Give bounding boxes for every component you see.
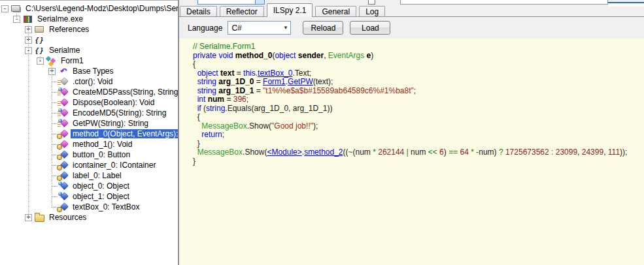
braces-icon: { } bbox=[34, 35, 44, 45]
code-token bbox=[193, 86, 197, 95]
partial-button bbox=[368, 0, 375, 5]
key-overlay-icon bbox=[58, 208, 61, 211]
tree-item-object-1[interactable]: object_1: Object bbox=[0, 191, 178, 202]
tree-item-label: GetPW(String): String bbox=[71, 119, 150, 128]
tree-item-label: object_0: Object bbox=[71, 181, 131, 191]
sphere-overlay-icon bbox=[58, 181, 62, 185]
code-token: arg_1D_0 bbox=[218, 77, 254, 86]
load-button[interactable]: Load bbox=[350, 21, 390, 35]
code-token bbox=[193, 95, 197, 104]
lines-overlay-icon bbox=[58, 91, 61, 95]
code-token bbox=[193, 69, 197, 78]
reload-button[interactable]: Reload bbox=[303, 21, 343, 35]
code-token: // Serialme.Form1 bbox=[193, 42, 255, 51]
code-line: int num = 396; bbox=[193, 95, 644, 104]
method-gray-icon bbox=[58, 76, 68, 87]
tree-item-method-0[interactable]: method_0(Object, EventArgs): bbox=[0, 129, 178, 139]
code-token: 64 bbox=[460, 148, 469, 157]
code-line: { bbox=[193, 113, 644, 122]
tree-connector bbox=[52, 82, 58, 82]
content-pane: DetailsReflectorILSpy 2.1GeneralLog Lang… bbox=[179, 0, 644, 265]
code-link[interactable]: Form1 bbox=[263, 77, 286, 86]
tree-item-ctor[interactable]: .ctor(): Void bbox=[0, 76, 178, 87]
tree-item-label-0[interactable]: label_0: Label bbox=[0, 170, 178, 181]
tree-connector bbox=[52, 113, 58, 114]
tab-reflector[interactable]: Reflector bbox=[220, 6, 264, 16]
tree-item-form1[interactable]: -Form1 bbox=[0, 55, 178, 66]
code-token: object bbox=[275, 51, 296, 60]
tree-item-getpw[interactable]: GetPW(String): String bbox=[0, 118, 178, 129]
code-token: ) bbox=[371, 51, 373, 60]
code-token: void bbox=[218, 51, 233, 60]
method-icon bbox=[58, 129, 68, 139]
code-line: object text = this.textBox_0.Text; bbox=[193, 69, 644, 78]
cropped-toolbar-strip bbox=[179, 0, 644, 5]
tree-item-dispose[interactable]: Dispose(Boolean): Void bbox=[0, 97, 178, 108]
code-token: MessageBox bbox=[197, 148, 243, 157]
lines-overlay-icon bbox=[58, 101, 61, 106]
code-link[interactable]: GetPW bbox=[288, 77, 313, 86]
code-token: (num bbox=[353, 148, 373, 157]
code-line: MessageBox.Show("Good job!!"); bbox=[193, 122, 644, 131]
tree-item-object-0[interactable]: object_0: Object bbox=[0, 181, 178, 191]
language-label: Language bbox=[188, 23, 222, 33]
tree-item-root-path[interactable]: -C:\Users\Legend-Modz\Desktop\Dumps\Seri… bbox=[0, 3, 178, 14]
code-link[interactable]: textBox_0 bbox=[258, 69, 292, 78]
tree-item-references[interactable]: +References bbox=[0, 24, 178, 35]
tree-item-label: Serialme.exe bbox=[35, 14, 85, 23]
tab-bar: DetailsReflectorILSpy 2.1GeneralLog bbox=[179, 5, 644, 17]
code-line: private void method_0(object sender, Eve… bbox=[193, 52, 644, 61]
collapse-icon[interactable]: - bbox=[1, 5, 8, 12]
tree-guide-line bbox=[52, 67, 52, 208]
tab-details[interactable]: Details bbox=[180, 6, 217, 16]
key-overlay-icon bbox=[58, 176, 61, 180]
tab-general[interactable]: General bbox=[315, 6, 356, 16]
code-token: EventArgs bbox=[328, 51, 364, 60]
code-token bbox=[193, 77, 197, 86]
tree-item-label: Serialme bbox=[47, 46, 82, 55]
language-select[interactable]: C# ▼ bbox=[228, 21, 291, 35]
tree-item-resources[interactable]: +Resources bbox=[0, 212, 178, 223]
tree-item-serialme-exe[interactable]: -Serialme.exe bbox=[0, 14, 178, 24]
code-token: 111 bbox=[608, 148, 620, 157]
code-token: int bbox=[197, 95, 206, 104]
tree-item-method-1[interactable]: method_1(): Void bbox=[0, 139, 178, 149]
code-token: 262144 bbox=[378, 148, 404, 157]
lines-overlay-icon bbox=[58, 112, 61, 116]
code-token: arg_1D_1 bbox=[218, 86, 254, 95]
decompiled-code-view[interactable]: // Serialme.Form1private void method_0(o… bbox=[179, 39, 644, 265]
code-link[interactable]: <Module> bbox=[267, 148, 301, 157]
code-line: // Serialme.Form1 bbox=[193, 42, 644, 52]
tree-guide-line bbox=[28, 25, 29, 218]
tab-ilspy-2-1[interactable]: ILSpy 2.1 bbox=[267, 3, 313, 17]
code-line: string arg_1D_1 = "t1%%e$a$b#15589ab6458… bbox=[193, 87, 644, 96]
partial-combobox bbox=[197, 0, 265, 5]
tree-item-namespace-serialme[interactable]: -{ }Serialme bbox=[0, 45, 178, 55]
field-icon bbox=[58, 149, 68, 160]
code-token: return bbox=[201, 130, 222, 139]
tree-connector bbox=[52, 123, 58, 124]
code-link[interactable]: smethod_2 bbox=[304, 148, 343, 157]
lines-overlay-icon bbox=[58, 80, 61, 85]
tree-item-icontainer-0[interactable]: icontainer_0: IContainer bbox=[0, 160, 178, 170]
code-view: // Serialme.Form1private void method_0(o… bbox=[193, 42, 644, 166]
tree-item-namespace-empty[interactable]: +{ } bbox=[0, 35, 178, 45]
key-overlay-icon bbox=[58, 145, 61, 149]
code-token: } bbox=[193, 157, 195, 166]
tree-item-encodemd5[interactable]: EncodeMD5(String): String bbox=[0, 108, 178, 118]
references-icon bbox=[34, 24, 44, 35]
code-token: 1725673562 bbox=[505, 148, 549, 157]
code-line: } bbox=[193, 140, 644, 149]
tree-connector bbox=[52, 165, 58, 166]
assembly-tree-pane: -C:\Users\Legend-Modz\Desktop\Dumps\Seri… bbox=[0, 0, 178, 265]
tab-log[interactable]: Log bbox=[359, 6, 385, 16]
braces-icon: { } bbox=[34, 45, 44, 55]
chevron-down-icon: ▼ bbox=[280, 25, 290, 31]
tree-item-button-0[interactable]: button_0: Button bbox=[0, 149, 178, 160]
code-token: 24399 bbox=[582, 148, 603, 157]
tree-item-textbox-0[interactable]: textBox_0: TextBox bbox=[0, 202, 178, 212]
tree-item-label: label_0: Label bbox=[71, 171, 124, 180]
tree-item-createmd5pass[interactable]: CreateMD5Pass(String, String): bbox=[0, 87, 178, 97]
tree-item-base-types[interactable]: +↶Base Types bbox=[0, 66, 178, 76]
method-icon bbox=[58, 118, 68, 129]
